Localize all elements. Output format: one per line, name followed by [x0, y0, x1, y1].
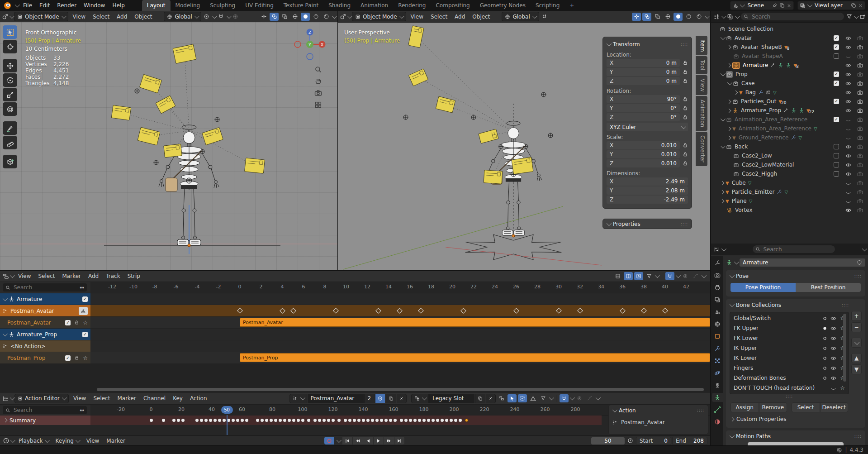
solo-dot-icon[interactable]: [823, 366, 827, 370]
visibility-eye-icon[interactable]: [830, 325, 836, 331]
camera-toggle[interactable]: [856, 72, 863, 77]
editor-type-icon[interactable]: [340, 13, 346, 20]
remove-button[interactable]: Remove: [759, 402, 787, 412]
properties-tab-tool[interactable]: [712, 258, 723, 268]
keyframe-dot[interactable]: [380, 419, 383, 422]
pin-icon[interactable]: [772, 3, 778, 8]
keyframe-dot[interactable]: [288, 419, 291, 422]
location-y-field[interactable]: Y0 m: [607, 68, 680, 76]
nla-track-action-empty[interactable]: <No Action>: [0, 340, 710, 352]
keyframe-dot[interactable]: [318, 419, 321, 422]
lock-icon[interactable]: [683, 78, 688, 84]
camera-toggle[interactable]: [856, 189, 863, 195]
unlink-slot-button[interactable]: [486, 394, 496, 403]
camera-toggle[interactable]: [856, 81, 863, 86]
keyframe-diamond[interactable]: [280, 308, 285, 314]
camera-toggle[interactable]: [856, 135, 863, 141]
checkbox[interactable]: ✓: [834, 35, 839, 41]
visibility-eye-icon[interactable]: [830, 315, 836, 321]
expand-chevron[interactable]: [727, 45, 731, 49]
specials-menu-button[interactable]: [851, 338, 862, 348]
outliner-row[interactable]: Back: [711, 142, 868, 151]
outliner-row[interactable]: Vortex: [711, 205, 868, 215]
outliner-search[interactable]: [740, 12, 844, 21]
checkbox-toggle[interactable]: [833, 53, 840, 59]
viewport-right-canvas[interactable]: User Perspective (50) Prop | Armature Tr…: [338, 22, 710, 270]
snap-magnet-icon[interactable]: [217, 13, 226, 21]
visibility-eye-icon[interactable]: [830, 375, 836, 381]
auto-keying-record-button[interactable]: [324, 437, 334, 444]
falloff-chevron[interactable]: [596, 395, 601, 400]
show-overlays-icon[interactable]: [642, 13, 651, 21]
viewport-menu-add[interactable]: Add: [451, 14, 469, 20]
editor-type-icon[interactable]: [3, 437, 9, 444]
hide-toggle[interactable]: [844, 189, 852, 195]
blender-logo-icon[interactable]: [4, 2, 11, 10]
camera-view-icon[interactable]: [314, 89, 322, 97]
viewport-left-canvas[interactable]: Front Orthographic (50) Prop | Armature …: [0, 22, 337, 270]
properties-tab-constraints[interactable]: [712, 381, 723, 390]
outliner-row[interactable]: Case2_Low: [711, 151, 868, 160]
viewport-menu-object[interactable]: Object: [469, 14, 493, 20]
show-gizmo-icon[interactable]: [632, 13, 641, 21]
keyframe-dot[interactable]: [400, 419, 403, 422]
solo-dot-icon[interactable]: [823, 346, 827, 350]
star-icon[interactable]: ☆: [83, 320, 88, 326]
keyframe-dot[interactable]: [256, 419, 259, 422]
deselect-button[interactable]: Deselect: [820, 402, 849, 412]
expand-chevron[interactable]: [721, 71, 726, 76]
outliner-row[interactable]: Case✓: [711, 79, 868, 88]
keyframe-dot[interactable]: [223, 419, 226, 422]
bone-collection-row[interactable]: Deformation Bones☆: [730, 373, 849, 383]
show-overlays-icon[interactable]: [270, 13, 279, 21]
play-button[interactable]: [374, 437, 384, 444]
toggle-ortho-grid-icon[interactable]: [314, 101, 322, 109]
annotate-tool[interactable]: [3, 121, 17, 135]
sidebar-tab-tool[interactable]: Tool: [696, 56, 707, 74]
zoom-icon[interactable]: [314, 66, 322, 73]
copy-icon[interactable]: [851, 3, 856, 8]
keyframe-dot[interactable]: [236, 419, 239, 422]
keyframe-diamond[interactable]: [641, 308, 647, 314]
keyframe-dot[interactable]: [261, 419, 264, 422]
editor-type-chevron[interactable]: [721, 246, 726, 251]
shading-solid-icon[interactable]: [674, 13, 683, 21]
keyframe-dot[interactable]: [344, 419, 347, 422]
properties-tab-world[interactable]: [712, 320, 723, 329]
lock-icon[interactable]: [683, 105, 688, 111]
properties-tab-material[interactable]: [712, 417, 723, 426]
checkbox[interactable]: ✓: [834, 99, 839, 104]
proportional-icon[interactable]: [575, 394, 584, 402]
hide-toggle[interactable]: [844, 90, 852, 96]
pan-hand-icon[interactable]: [314, 77, 322, 85]
properties-tab-view-layer[interactable]: [712, 295, 723, 304]
shading-wireframe-icon[interactable]: [663, 13, 672, 21]
action-panel-item[interactable]: Postman_Avatar: [621, 419, 665, 425]
orientation-dropdown[interactable]: Global: [502, 12, 539, 21]
layered-anim-icon[interactable]: [497, 394, 506, 402]
fake-user-shield-button[interactable]: [375, 394, 385, 403]
dimensions-x-field[interactable]: X2.49 m: [607, 177, 688, 186]
outliner-row[interactable]: ▼Animation_Area_Reference▽: [711, 124, 868, 133]
filter-icon[interactable]: [645, 272, 654, 280]
expand-chevron[interactable]: [720, 181, 725, 185]
pose-position-button[interactable]: Pose Position: [730, 283, 796, 292]
expand-chevron[interactable]: [3, 331, 8, 336]
properties-tab-physics[interactable]: [712, 368, 723, 378]
keyframe-diamond[interactable]: [662, 308, 668, 314]
keyframe-dot[interactable]: [283, 419, 286, 422]
camera-toggle[interactable]: [856, 198, 863, 204]
nla-search-input[interactable]: [13, 284, 77, 291]
solo-dot-icon[interactable]: [823, 326, 827, 330]
properties-tab-object-data[interactable]: [712, 393, 723, 402]
solo-dot-icon[interactable]: [823, 356, 827, 360]
bone-collection-row[interactable]: Global/Switch☆: [730, 313, 849, 323]
workspace-tab-shading[interactable]: Shading: [323, 0, 356, 11]
expand-chevron[interactable]: [727, 126, 731, 131]
menu-help[interactable]: Help: [109, 2, 128, 9]
outliner-row[interactable]: Animation_Area_Reference✓: [711, 115, 868, 124]
keyframe-dot[interactable]: [371, 419, 374, 422]
keyframe-dot[interactable]: [404, 419, 408, 422]
keyframe-dot[interactable]: [375, 419, 379, 422]
workspace-tab-uv-editing[interactable]: UV Editing: [240, 0, 279, 11]
